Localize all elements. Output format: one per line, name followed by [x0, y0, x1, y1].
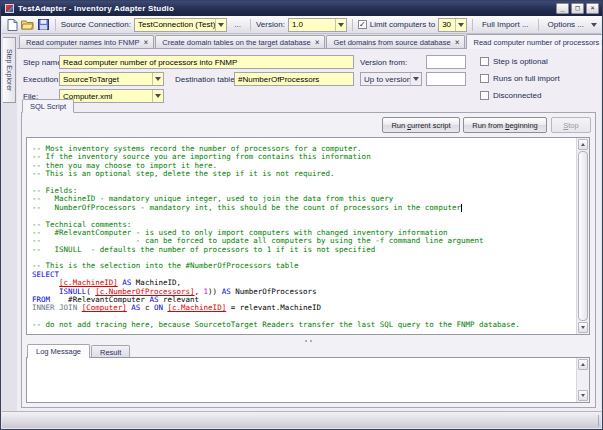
disconnected-checkbox[interactable] [480, 91, 489, 100]
version-from-input[interactable] [426, 55, 466, 69]
sql-editor[interactable]: -- Most inventory systems record the num… [26, 137, 590, 335]
toolbar-separator [472, 19, 473, 31]
full-import-row: Runs on full import [480, 74, 560, 83]
tab-read-computer-names[interactable]: Read computer names into FNMP × [19, 35, 154, 49]
tab-close-icon[interactable]: × [143, 39, 148, 46]
sql-script-tab[interactable]: SQL Script [22, 99, 74, 113]
log-scrollbar[interactable] [576, 358, 589, 402]
source-connection-combo[interactable]: TestConnection (Test) [134, 18, 227, 32]
toolbar-separator [352, 19, 353, 31]
version-from-label: Version from: [360, 58, 407, 67]
tab-create-domain-tables[interactable]: Create domain tables on the target datab… [155, 35, 325, 49]
close-button[interactable]: × [586, 3, 599, 14]
limit-computers-checkbox[interactable]: ✓ [358, 20, 367, 29]
destination-table-label: Destination table: [175, 75, 237, 84]
run-from-beginning-button[interactable]: Run from beginning [463, 117, 547, 133]
app-icon [5, 4, 14, 13]
limit-computers-combo[interactable]: 30 [438, 18, 467, 32]
scroll-down-icon[interactable] [578, 390, 588, 401]
execution-label: Execution: [23, 75, 60, 84]
chevron-down-icon[interactable] [215, 19, 226, 31]
stop-button: Stop [551, 117, 591, 133]
disconnected-row: Disconnected [480, 91, 541, 100]
tab-read-processors[interactable]: Read computer number of processors into … [466, 34, 603, 49]
step-name-label: Step name: [23, 58, 64, 67]
bottom-tabstrip: Log Message Result [26, 344, 590, 358]
scroll-up-icon[interactable] [578, 139, 588, 150]
splitter-handle[interactable] [26, 337, 590, 344]
tab-close-icon[interactable]: × [315, 39, 320, 46]
scroll-up-icon[interactable] [578, 359, 588, 370]
file-combo[interactable]: Computer.xml [59, 89, 164, 103]
chevron-down-icon[interactable] [410, 73, 421, 85]
runs-on-full-import-label: Runs on full import [493, 74, 560, 83]
version-label: Version: [256, 20, 285, 29]
options-button[interactable]: Options ... [544, 19, 588, 30]
scroll-down-icon[interactable] [578, 322, 588, 333]
sql-code[interactable]: -- Most inventory systems record the num… [32, 145, 573, 334]
runs-on-full-import-checkbox[interactable] [480, 74, 489, 83]
browse-connection-button[interactable]: ... [230, 19, 245, 30]
chevron-down-icon[interactable] [152, 90, 163, 102]
status-bar [2, 411, 601, 428]
chevron-down-icon[interactable] [152, 73, 163, 85]
left-dock-strip: Step Explorer [2, 34, 17, 411]
log-message-tab[interactable]: Log Message [27, 344, 90, 358]
document-tabstrip: Read computer names into FNMP × Create d… [17, 34, 601, 49]
step-explorer-tab[interactable]: Step Explorer [3, 37, 16, 103]
app-window: TestAdapter - Inventory Adapter Studio _… [0, 0, 603, 430]
tab-close-icon[interactable]: × [455, 39, 460, 46]
minimize-button[interactable]: _ [556, 3, 569, 14]
toolbar-separator [250, 19, 251, 31]
toolbar-separator [55, 19, 56, 31]
version-combo[interactable]: 1.0 [288, 18, 347, 32]
options-dropdown-icon[interactable] [591, 23, 597, 27]
step-optional-label: Step is optional [493, 57, 548, 66]
maximize-button[interactable]: □ [571, 3, 584, 14]
execution-combo[interactable]: SourceToTarget [59, 72, 164, 86]
chevron-down-icon[interactable] [455, 19, 466, 31]
limit-computers-label: Limit computers to [370, 20, 435, 29]
step-optional-row: Step is optional [480, 57, 548, 66]
destination-table-input[interactable] [234, 72, 354, 86]
main-toolbar: Source Connection: TestConnection (Test)… [2, 16, 601, 34]
save-icon[interactable] [37, 18, 49, 31]
chevron-down-icon[interactable] [335, 19, 346, 31]
disconnected-label: Disconnected [493, 91, 541, 100]
step-optional-checkbox[interactable] [480, 57, 489, 66]
toolbar-separator [538, 19, 539, 31]
window-title: TestAdapter - Inventory Adapter Studio [18, 4, 556, 13]
source-connection-label: Source Connection: [61, 20, 131, 29]
resize-grip[interactable] [598, 415, 599, 426]
run-current-script-button[interactable]: Run current script [382, 117, 460, 133]
title-bar: TestAdapter - Inventory Adapter Studio _… [1, 1, 602, 16]
step-page: Step name: Version from: Step is optiona… [17, 48, 601, 411]
up-to-version-combo[interactable]: Up to version: [360, 72, 422, 86]
new-file-icon[interactable] [6, 18, 18, 31]
step-name-input[interactable] [59, 55, 354, 69]
tab-get-domains[interactable]: Get domains from source database × [326, 35, 465, 49]
sql-script-page: Run current script Run from beginning St… [21, 112, 596, 408]
log-message-panel[interactable] [26, 357, 590, 403]
full-import-button[interactable]: Full Import ... [478, 19, 533, 30]
open-folder-icon[interactable] [21, 18, 34, 31]
up-to-version-input[interactable] [426, 72, 466, 86]
editor-scrollbar[interactable] [576, 138, 589, 334]
scrollbar-thumb[interactable] [578, 151, 588, 321]
